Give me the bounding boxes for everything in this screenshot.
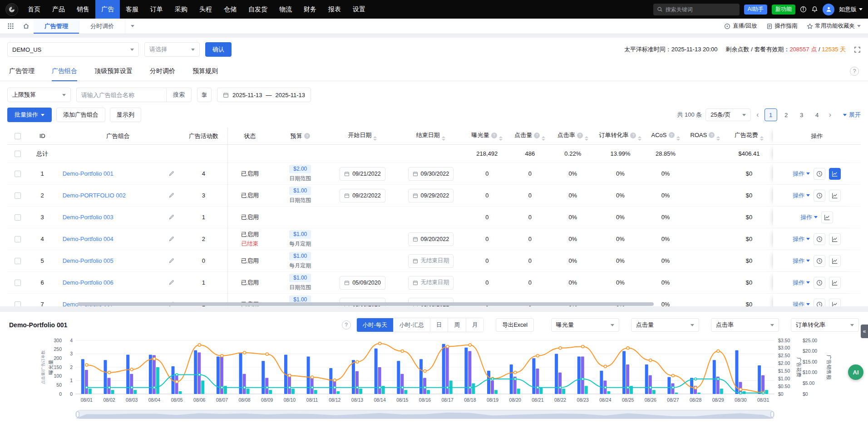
col-header-cvr[interactable]: 订单转化率? [595,128,646,145]
col-header-start[interactable]: 开始日期 [328,128,396,145]
help-icon[interactable]: ? [577,133,583,138]
ai-assistant-badge[interactable]: AI助手 [744,5,767,15]
topnav-item-13[interactable]: 报表 [322,0,347,19]
budget-value[interactable]: $1.00 [289,252,311,261]
sort-icon[interactable] [760,136,764,141]
date-input[interactable]: 09/22/2022 [340,189,385,202]
chart-button[interactable] [829,277,841,289]
page-button-3[interactable]: 3 [795,108,808,121]
row-checkbox[interactable] [15,236,21,242]
search-button[interactable]: 搜索 [166,88,192,102]
date-input[interactable]: 05/09/2020 [340,276,385,290]
row-actions-menu[interactable]: 操作 [800,213,818,221]
granularity-toggle-5[interactable]: 月 [466,318,484,332]
help-icon[interactable]: ? [342,320,351,330]
date-input[interactable]: 无结束日期 [408,254,454,268]
col-header-acos[interactable]: ACoS? [646,128,685,145]
portfolio-link[interactable]: Demo-Portfolio 006 [63,279,113,286]
module-tab-4[interactable]: 分时调价 [150,61,175,81]
portfolio-link[interactable]: Demo-PORTFOLIO 002 [63,192,126,199]
budget-type-select[interactable]: 上限预算 [7,88,71,102]
topnav-item-9[interactable]: 仓储 [218,0,242,19]
chart-button[interactable] [829,299,841,307]
date-input[interactable]: 09/20/2022 [408,232,454,246]
help-icon[interactable]: ? [534,133,540,138]
expand-toggle[interactable]: 展开 [843,111,861,119]
row-checkbox[interactable] [15,192,21,199]
granularity-toggle-1[interactable]: 小时-每天 [357,318,393,332]
bell-icon[interactable] [811,6,818,13]
topnav-item-8[interactable]: 头程 [193,0,218,19]
quick-link-3[interactable]: 常用功能收藏夹 [807,22,861,30]
schedule-button[interactable] [814,168,825,180]
col-header-end[interactable]: 结束日期 [397,128,465,145]
apps-grid-icon[interactable] [3,19,18,34]
schedule-button[interactable] [814,255,825,267]
tab-list-caret[interactable] [125,19,140,34]
quick-link-2[interactable]: 操作指南 [766,22,798,30]
chart-zoom-brush[interactable] [75,410,774,419]
store-select[interactable]: DEMO_US [7,42,139,57]
add-portfolio-button[interactable]: 添加广告组合 [56,108,105,122]
row-actions-menu[interactable]: 操作 [793,192,810,200]
row-actions-menu[interactable]: 操作 [793,170,810,178]
workspace-tab-1[interactable]: 广告管理 [34,19,79,34]
date-input[interactable]: 09/29/2022 [408,189,454,202]
schedule-button[interactable] [814,233,825,245]
advanced-filter-icon[interactable] [197,88,212,102]
edit-icon[interactable] [168,214,174,220]
sort-icon[interactable] [542,136,545,141]
combo-chart-canvas[interactable]: 30025020015010050043210$3.50$3.00$2.50$2… [7,335,838,405]
sort-icon[interactable] [499,136,503,141]
help-icon[interactable]: ? [669,132,675,138]
budget-value[interactable]: $1.00 [289,187,311,195]
portfolio-name-input[interactable] [76,88,166,102]
col-header-ctr[interactable]: 点击率? [551,128,595,145]
prev-page-button[interactable]: ‹ [755,111,760,119]
sort-icon[interactable] [638,136,641,141]
secondary-select[interactable]: 请选择 [144,42,200,57]
page-button-2[interactable]: 2 [780,108,793,121]
scrollbar-thumb[interactable] [77,302,654,306]
sort-icon[interactable] [442,136,445,141]
schedule-button[interactable] [814,299,825,307]
schedule-button[interactable] [814,190,825,202]
metric-select-4[interactable]: 订单转化率 [791,318,859,332]
help-icon[interactable]: ? [850,67,859,76]
global-search[interactable] [653,4,740,15]
chart-button[interactable] [829,255,841,267]
help-icon[interactable]: ? [630,133,636,138]
export-excel-button[interactable]: 导出Excel [496,318,534,332]
page-size-select[interactable]: 25条/页 [705,108,751,121]
module-tab-5[interactable]: 预算规则 [192,61,218,81]
bulk-actions-button[interactable]: 批量操作 [7,108,52,122]
date-range-picker[interactable]: 2025-11-13 — 2025-11-13 [217,88,311,102]
page-button-1[interactable]: 1 [764,108,777,121]
row-checkbox[interactable] [15,280,21,286]
collapse-panel-handle[interactable]: « [861,325,868,338]
date-input[interactable]: 无结束日期 [408,276,454,290]
chart-button[interactable] [821,212,833,223]
topnav-item-10[interactable]: 自发货 [242,0,273,19]
budget-value[interactable]: $2.00 [289,165,311,173]
edit-icon[interactable] [168,171,174,177]
chart-button[interactable] [829,168,841,180]
row-checkbox[interactable] [15,151,21,157]
topnav-item-7[interactable]: 采购 [169,0,193,19]
col-header-roas[interactable]: ROAS? [686,128,725,145]
portfolio-link[interactable]: Demo-Portfolio 004 [63,236,113,242]
chart-button[interactable] [829,190,841,202]
metric-select-3[interactable]: 点击率 [711,318,779,332]
metric-select-2[interactable]: 点击量 [631,318,699,332]
help-icon[interactable]: ? [491,133,497,138]
home-icon[interactable] [18,19,34,34]
granularity-toggle-3[interactable]: 日 [430,318,448,332]
topnav-item-11[interactable]: 物流 [273,0,298,19]
row-actions-menu[interactable]: 操作 [793,279,810,287]
topnav-item-1[interactable]: 首页 [22,0,46,19]
new-features-badge[interactable]: 新功能 [772,5,795,15]
avatar[interactable] [823,4,834,15]
edit-icon[interactable] [168,192,174,198]
granularity-toggle-4[interactable]: 周 [448,318,466,332]
row-checkbox[interactable] [15,171,21,177]
